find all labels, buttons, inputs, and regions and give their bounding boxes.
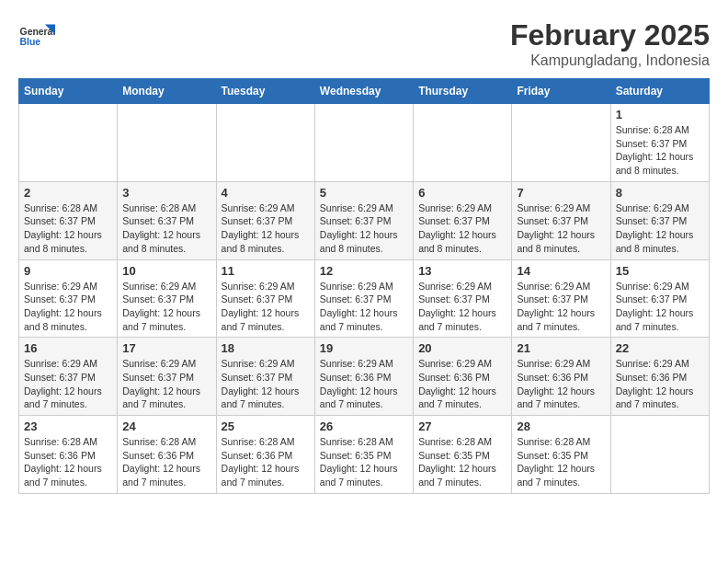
day-info: Sunrise: 6:29 AM Sunset: 6:37 PM Dayligh… (122, 280, 210, 334)
calendar-cell (19, 104, 118, 182)
day-number: 20 (418, 341, 506, 355)
calendar-cell (118, 104, 216, 182)
weekday-header-tuesday: Tuesday (216, 79, 314, 104)
calendar-cell: 2Sunrise: 6:28 AM Sunset: 6:37 PM Daylig… (19, 181, 118, 259)
calendar-cell (314, 104, 413, 182)
calendar-cell: 20Sunrise: 6:29 AM Sunset: 6:36 PM Dayli… (414, 338, 512, 416)
calendar-cell: 8Sunrise: 6:29 AM Sunset: 6:37 PM Daylig… (610, 181, 709, 259)
location-subtitle: Kampungladang, Indonesia (510, 52, 710, 69)
calendar-cell: 13Sunrise: 6:29 AM Sunset: 6:37 PM Dayli… (414, 259, 512, 338)
week-row-1: 1Sunrise: 6:28 AM Sunset: 6:37 PM Daylig… (19, 104, 710, 182)
calendar-table: SundayMondayTuesdayWednesdayThursdayFrid… (18, 78, 710, 494)
day-number: 16 (24, 341, 112, 355)
calendar-cell: 27Sunrise: 6:28 AM Sunset: 6:35 PM Dayli… (414, 416, 512, 494)
calendar-cell (512, 104, 610, 182)
day-number: 5 (320, 186, 408, 200)
page-header: General Blue February 2025 Kampungladang… (18, 18, 710, 69)
day-info: Sunrise: 6:28 AM Sunset: 6:36 PM Dayligh… (222, 435, 310, 489)
calendar-cell: 25Sunrise: 6:28 AM Sunset: 6:36 PM Dayli… (216, 416, 314, 494)
day-number: 6 (418, 186, 506, 200)
calendar-cell: 6Sunrise: 6:29 AM Sunset: 6:37 PM Daylig… (414, 181, 512, 259)
weekday-header-saturday: Saturday (610, 79, 709, 104)
calendar-cell: 24Sunrise: 6:28 AM Sunset: 6:36 PM Dayli… (118, 416, 216, 494)
day-number: 25 (222, 419, 310, 433)
day-number: 4 (222, 186, 310, 200)
day-info: Sunrise: 6:29 AM Sunset: 6:36 PM Dayligh… (418, 357, 506, 411)
week-row-2: 2Sunrise: 6:28 AM Sunset: 6:37 PM Daylig… (19, 181, 710, 259)
day-number: 2 (24, 186, 112, 200)
calendar-cell: 23Sunrise: 6:28 AM Sunset: 6:36 PM Dayli… (19, 416, 118, 494)
day-number: 14 (517, 264, 605, 278)
svg-text:Blue: Blue (20, 37, 41, 47)
day-info: Sunrise: 6:29 AM Sunset: 6:37 PM Dayligh… (122, 357, 210, 411)
weekday-header-friday: Friday (512, 79, 610, 104)
day-info: Sunrise: 6:29 AM Sunset: 6:37 PM Dayligh… (222, 357, 310, 411)
day-number: 12 (320, 264, 408, 278)
day-info: Sunrise: 6:29 AM Sunset: 6:37 PM Dayligh… (616, 201, 704, 256)
logo-area: General Blue (18, 18, 55, 55)
day-number: 17 (122, 341, 210, 355)
calendar-cell: 22Sunrise: 6:29 AM Sunset: 6:36 PM Dayli… (610, 338, 709, 416)
weekday-header-thursday: Thursday (414, 79, 512, 104)
logo-icon: General Blue (18, 18, 55, 55)
calendar-cell: 14Sunrise: 6:29 AM Sunset: 6:37 PM Dayli… (512, 259, 610, 338)
day-number: 9 (24, 264, 112, 278)
day-number: 28 (517, 419, 605, 433)
calendar-cell: 5Sunrise: 6:29 AM Sunset: 6:37 PM Daylig… (314, 181, 413, 259)
weekday-header-monday: Monday (118, 79, 216, 104)
day-info: Sunrise: 6:29 AM Sunset: 6:37 PM Dayligh… (418, 280, 506, 334)
day-number: 23 (24, 419, 112, 433)
day-info: Sunrise: 6:29 AM Sunset: 6:37 PM Dayligh… (222, 201, 310, 256)
day-info: Sunrise: 6:29 AM Sunset: 6:37 PM Dayligh… (24, 357, 112, 411)
calendar-cell (610, 416, 709, 494)
day-info: Sunrise: 6:28 AM Sunset: 6:37 PM Dayligh… (616, 123, 704, 178)
calendar-cell: 12Sunrise: 6:29 AM Sunset: 6:37 PM Dayli… (314, 259, 413, 338)
calendar-cell: 3Sunrise: 6:28 AM Sunset: 6:37 PM Daylig… (118, 181, 216, 259)
calendar-cell: 9Sunrise: 6:29 AM Sunset: 6:37 PM Daylig… (19, 259, 118, 338)
calendar-cell: 28Sunrise: 6:28 AM Sunset: 6:35 PM Dayli… (512, 416, 610, 494)
calendar-cell (216, 104, 314, 182)
day-info: Sunrise: 6:29 AM Sunset: 6:36 PM Dayligh… (320, 357, 408, 411)
calendar-cell: 17Sunrise: 6:29 AM Sunset: 6:37 PM Dayli… (118, 338, 216, 416)
month-title: February 2025 (510, 18, 710, 52)
day-number: 11 (222, 264, 310, 278)
day-number: 3 (122, 186, 210, 200)
weekday-header-sunday: Sunday (19, 79, 118, 104)
day-number: 7 (517, 186, 605, 200)
day-info: Sunrise: 6:29 AM Sunset: 6:36 PM Dayligh… (517, 357, 605, 411)
day-info: Sunrise: 6:28 AM Sunset: 6:36 PM Dayligh… (24, 435, 112, 489)
weekday-header-row: SundayMondayTuesdayWednesdayThursdayFrid… (19, 79, 710, 104)
day-number: 22 (616, 341, 704, 355)
calendar-cell: 15Sunrise: 6:29 AM Sunset: 6:37 PM Dayli… (610, 259, 709, 338)
day-info: Sunrise: 6:29 AM Sunset: 6:36 PM Dayligh… (616, 357, 704, 411)
day-info: Sunrise: 6:28 AM Sunset: 6:35 PM Dayligh… (320, 435, 408, 489)
day-number: 21 (517, 341, 605, 355)
calendar-cell: 26Sunrise: 6:28 AM Sunset: 6:35 PM Dayli… (314, 416, 413, 494)
weekday-header-wednesday: Wednesday (314, 79, 413, 104)
day-info: Sunrise: 6:29 AM Sunset: 6:37 PM Dayligh… (222, 280, 310, 334)
day-info: Sunrise: 6:28 AM Sunset: 6:37 PM Dayligh… (122, 201, 210, 256)
day-number: 24 (122, 419, 210, 433)
day-info: Sunrise: 6:29 AM Sunset: 6:37 PM Dayligh… (320, 201, 408, 256)
day-info: Sunrise: 6:28 AM Sunset: 6:35 PM Dayligh… (517, 435, 605, 489)
calendar-cell: 7Sunrise: 6:29 AM Sunset: 6:37 PM Daylig… (512, 181, 610, 259)
day-number: 19 (320, 341, 408, 355)
calendar-cell (414, 104, 512, 182)
day-info: Sunrise: 6:29 AM Sunset: 6:37 PM Dayligh… (320, 280, 408, 334)
week-row-5: 23Sunrise: 6:28 AM Sunset: 6:36 PM Dayli… (19, 416, 710, 494)
day-info: Sunrise: 6:29 AM Sunset: 6:37 PM Dayligh… (616, 280, 704, 334)
calendar-cell: 18Sunrise: 6:29 AM Sunset: 6:37 PM Dayli… (216, 338, 314, 416)
day-info: Sunrise: 6:29 AM Sunset: 6:37 PM Dayligh… (24, 280, 112, 334)
week-row-4: 16Sunrise: 6:29 AM Sunset: 6:37 PM Dayli… (19, 338, 710, 416)
day-info: Sunrise: 6:28 AM Sunset: 6:36 PM Dayligh… (122, 435, 210, 489)
day-number: 18 (222, 341, 310, 355)
calendar-cell: 11Sunrise: 6:29 AM Sunset: 6:37 PM Dayli… (216, 259, 314, 338)
day-info: Sunrise: 6:29 AM Sunset: 6:37 PM Dayligh… (418, 201, 506, 256)
week-row-3: 9Sunrise: 6:29 AM Sunset: 6:37 PM Daylig… (19, 259, 710, 338)
calendar-cell: 21Sunrise: 6:29 AM Sunset: 6:36 PM Dayli… (512, 338, 610, 416)
day-number: 15 (616, 264, 704, 278)
calendar-cell: 4Sunrise: 6:29 AM Sunset: 6:37 PM Daylig… (216, 181, 314, 259)
day-number: 26 (320, 419, 408, 433)
day-number: 1 (616, 108, 704, 121)
calendar-cell: 10Sunrise: 6:29 AM Sunset: 6:37 PM Dayli… (118, 259, 216, 338)
